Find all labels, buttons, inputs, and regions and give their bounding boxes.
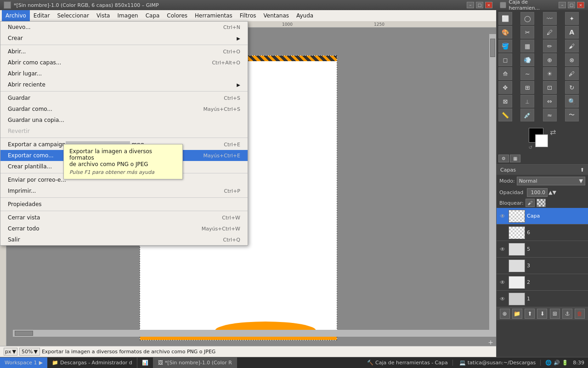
- layer-item-capa[interactable]: 👁 Capa: [497, 208, 588, 224]
- tool-heal[interactable]: ⊗: [565, 53, 579, 66]
- layer-raise[interactable]: ⬆: [525, 309, 535, 319]
- menu-abrir-reciente[interactable]: Abrir reciente ▶: [0, 79, 248, 90]
- tool-lasso[interactable]: 〰: [543, 12, 557, 25]
- tool-fuzzy-select[interactable]: ✦: [565, 12, 579, 25]
- tool-color-select[interactable]: 🎨: [498, 26, 512, 39]
- menu-cerrar-todo[interactable]: Cerrar todo Mayús+Ctrl+W: [0, 223, 248, 234]
- menu-seleccionar[interactable]: Seleccionar: [53, 10, 92, 21]
- tool-crop[interactable]: ⊡: [543, 81, 557, 94]
- patterns-tab[interactable]: ▦: [510, 155, 520, 162]
- tool-align[interactable]: ⊞: [520, 81, 534, 94]
- tool-move[interactable]: ✥: [498, 81, 512, 94]
- menu-guardar-como[interactable]: Guardar como... Mayús+Ctrl+S: [0, 104, 248, 115]
- menu-guardar[interactable]: Guardar Ctrl+S: [0, 92, 248, 104]
- menu-colores[interactable]: Colores: [163, 10, 191, 21]
- minimize-button[interactable]: –: [467, 2, 474, 8]
- menu-vista[interactable]: Vista: [93, 10, 114, 21]
- tool-color-picker[interactable]: 💉: [520, 109, 534, 121]
- layer-delete[interactable]: 🗑: [575, 309, 585, 319]
- right-close-button[interactable]: ×: [577, 2, 584, 8]
- scrollbar-horizontal[interactable]: [13, 330, 489, 337]
- menu-salir[interactable]: Salir Ctrl+Q: [0, 234, 248, 245]
- tool-rect-select[interactable]: ⬜: [498, 12, 512, 25]
- menu-crear[interactable]: Crear ▶: [0, 33, 248, 44]
- tool-flip[interactable]: ⇔: [543, 95, 557, 108]
- layer-eye-2[interactable]: 👁: [498, 278, 507, 287]
- menu-imprimir[interactable]: Imprimir... Ctrl+P: [0, 185, 248, 196]
- layer-item-2[interactable]: 👁 2: [497, 274, 588, 291]
- scrollbar-h-thumb[interactable]: [15, 331, 33, 336]
- opacity-value[interactable]: 100.0: [527, 188, 548, 197]
- menu-imagen[interactable]: Imagen: [113, 10, 141, 21]
- tool-shear[interactable]: ⟂: [520, 95, 534, 108]
- layer-eye-6[interactable]: 👁: [498, 229, 507, 237]
- tool-scissors[interactable]: ✂: [520, 26, 534, 39]
- opacity-arrow[interactable]: ▲▼: [548, 190, 556, 196]
- layer-lower[interactable]: ⬇: [537, 309, 547, 319]
- tool-eraser[interactable]: ◻: [498, 53, 512, 66]
- tool-clone[interactable]: ⊕: [543, 53, 557, 66]
- menu-capa[interactable]: Capa: [142, 10, 164, 21]
- layer-item-3[interactable]: 👁 3: [497, 258, 588, 274]
- menu-archivo[interactable]: Archivo: [2, 10, 30, 21]
- tool-text[interactable]: A: [565, 26, 579, 39]
- taskbar-spreadsheet[interactable]: 📊: [137, 357, 153, 368]
- layer-new-from-visible[interactable]: ⊕: [500, 309, 510, 319]
- layers-expand-icon[interactable]: ⬆: [580, 167, 584, 173]
- reset-colors-icon[interactable]: ↺: [529, 145, 532, 150]
- menu-nuevo[interactable]: Nuevo... Ctrl+N: [0, 22, 248, 33]
- tool-options-tab[interactable]: ⚙: [498, 155, 509, 162]
- background-color[interactable]: [535, 134, 548, 147]
- swap-colors-icon[interactable]: ⇄: [550, 128, 556, 137]
- tool-zoom[interactable]: 🔍: [565, 95, 579, 108]
- tool-warp[interactable]: ≈: [543, 109, 557, 121]
- layer-eye-3[interactable]: 👁: [498, 262, 507, 270]
- menu-abrir-capas[interactable]: Abrir como capas... Ctrl+Alt+O: [0, 57, 248, 68]
- tool-rotate[interactable]: ↻: [565, 81, 579, 94]
- tool-perspective[interactable]: ⟰: [498, 67, 512, 80]
- menu-filtros[interactable]: Filtros: [236, 10, 260, 21]
- lock-paint-icon[interactable]: 🖌: [526, 199, 535, 207]
- menu-propiedades[interactable]: Propiedades: [0, 199, 248, 210]
- layer-item-1[interactable]: 👁 1: [497, 291, 588, 307]
- tool-scale[interactable]: ⊠: [498, 95, 512, 108]
- layer-duplicate[interactable]: ⊞: [550, 309, 560, 319]
- taskbar-downloads[interactable]: 📁 Descargas - Administrador d: [47, 357, 137, 368]
- layer-group[interactable]: 📁: [512, 309, 522, 319]
- menu-ayuda[interactable]: Ayuda: [293, 10, 317, 21]
- scrollbar-vertical[interactable]: [489, 34, 496, 337]
- menu-herramientas[interactable]: Herramientas: [191, 10, 236, 21]
- lock-checkerboard-icon[interactable]: [537, 199, 546, 207]
- taskbar-terminal[interactable]: 💻 tatica@susan:~/Descargas: [455, 360, 541, 366]
- tool-dodge[interactable]: ☀: [543, 67, 557, 80]
- tool-ellipse-select[interactable]: ◯: [520, 12, 534, 25]
- layer-eye-5[interactable]: 👁: [498, 245, 507, 253]
- tool-pencil[interactable]: ✏: [543, 40, 557, 52]
- layer-anchor[interactable]: ⚓: [562, 309, 572, 319]
- close-button[interactable]: ×: [485, 2, 492, 8]
- mode-select[interactable]: Normal ▼: [517, 177, 585, 185]
- menu-ventanas[interactable]: Ventanas: [260, 10, 293, 21]
- menu-abrir[interactable]: Abrir... Ctrl+O: [0, 46, 248, 57]
- taskbar-toolbox[interactable]: 🔨 Caja de herramientas - Capa: [362, 360, 453, 366]
- menu-editar[interactable]: Editar: [30, 10, 54, 21]
- right-max-button[interactable]: □: [568, 2, 575, 8]
- zoom-selector[interactable]: 50% ▼: [19, 348, 40, 356]
- layer-eye-capa[interactable]: 👁: [498, 212, 507, 220]
- tool-paths[interactable]: 🖊: [543, 26, 557, 39]
- taskbar-gimp[interactable]: 🖼 *[Sin nombre]-1.0 (Color R: [153, 357, 237, 368]
- scrollbar-v-thumb[interactable]: [490, 39, 495, 57]
- tool-blur[interactable]: ~: [520, 67, 534, 80]
- layer-eye-1[interactable]: 👁: [498, 295, 507, 303]
- layer-item-5[interactable]: 👁 5: [497, 241, 588, 258]
- tool-paintbrush[interactable]: 🖌: [565, 40, 579, 52]
- layer-item-6[interactable]: 👁 6: [497, 224, 588, 241]
- tool-bucket[interactable]: 🪣: [498, 40, 512, 52]
- tool-ink[interactable]: 🖋: [565, 67, 579, 80]
- tool-smudge[interactable]: 〜: [565, 109, 579, 121]
- unit-selector[interactable]: px ▼: [4, 348, 17, 356]
- tool-blend[interactable]: ▦: [520, 40, 534, 52]
- menu-abrir-lugar[interactable]: Abrir lugar...: [0, 68, 248, 79]
- right-min-button[interactable]: –: [559, 2, 566, 8]
- tool-measure[interactable]: 📏: [498, 109, 512, 121]
